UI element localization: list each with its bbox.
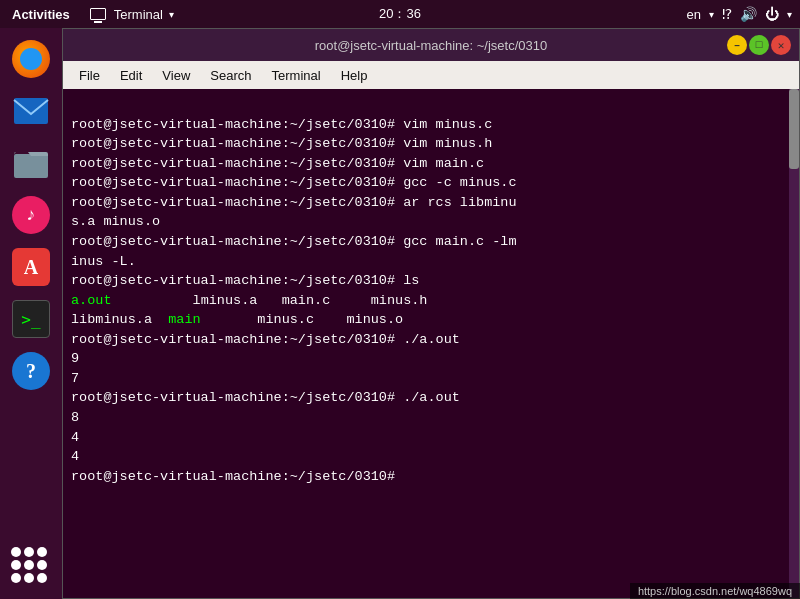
svg-rect-0 [14,98,48,124]
accessibility-icon[interactable]: ⁉ [722,6,732,22]
terminal-titlebar: root@jsetc-virtual-machine: ~/jsetc/0310… [63,29,799,61]
system-tray: en ▾ ⁉ 🔊 ⏻ ▾ [687,6,800,22]
system-bar: Activities Terminal ▾ 20：36 en ▾ ⁉ 🔊 ⏻ ▾ [0,0,800,28]
clock-area: 20：36 [379,5,421,23]
language-indicator[interactable]: en [687,7,701,22]
menu-help[interactable]: Help [333,66,376,85]
dropdown-arrow-icon3: ▾ [787,9,792,20]
activities-button[interactable]: Activities [0,0,82,28]
menu-terminal[interactable]: Terminal [264,66,329,85]
sidebar-item-terminal[interactable]: >_ [8,296,54,342]
files-icon [12,144,50,182]
minimize-button[interactable]: – [727,35,747,55]
terminal-output: root@jsetc-virtual-machine:~/jsetc/0310#… [71,95,791,506]
volume-icon[interactable]: 🔊 [740,6,757,22]
svg-rect-1 [14,154,48,178]
terminal-window: root@jsetc-virtual-machine: ~/jsetc/0310… [62,28,800,599]
terminal-taskbar-button[interactable]: Terminal ▾ [82,0,182,28]
sidebar-item-appstore[interactable]: A [8,244,54,290]
terminal-window-title: root@jsetc-virtual-machine: ~/jsetc/0310 [315,38,548,53]
sidebar-item-email[interactable] [8,88,54,134]
email-icon [12,92,50,130]
sidebar-item-files[interactable] [8,140,54,186]
terminal-scrollbar-thumb[interactable] [789,89,799,169]
dropdown-arrow-icon: ▾ [169,9,174,20]
terminal-taskbar-label: Terminal [114,7,163,22]
menu-view[interactable]: View [154,66,198,85]
menu-search[interactable]: Search [202,66,259,85]
monitor-icon [90,8,106,20]
window-controls: – □ ✕ [727,35,791,55]
terminal-scrollbar[interactable] [789,89,799,598]
sidebar-item-firefox[interactable] [8,36,54,82]
terminal-body[interactable]: root@jsetc-virtual-machine:~/jsetc/0310#… [63,89,799,598]
sidebar-item-music[interactable]: ♪ [8,192,54,238]
sidebar: ♪ A >_ ? [0,28,62,599]
menu-file[interactable]: File [71,66,108,85]
power-icon[interactable]: ⏻ [765,6,779,22]
appstore-icon: A [12,248,50,286]
show-apps-button[interactable] [11,547,51,587]
clock-display: 20：36 [379,5,421,23]
firefox-icon [12,40,50,78]
close-button[interactable]: ✕ [771,35,791,55]
sidebar-item-help[interactable]: ? [8,348,54,394]
status-url: https://blog.csdn.net/wq4869wq [638,585,792,597]
menu-edit[interactable]: Edit [112,66,150,85]
dropdown-arrow-icon2: ▾ [709,9,714,20]
terminal-icon: >_ [12,300,50,338]
help-icon: ? [12,352,50,390]
status-bar: https://blog.csdn.net/wq4869wq [630,583,800,599]
maximize-button[interactable]: □ [749,35,769,55]
menu-bar: File Edit View Search Terminal Help [63,61,799,89]
music-icon: ♪ [12,196,50,234]
